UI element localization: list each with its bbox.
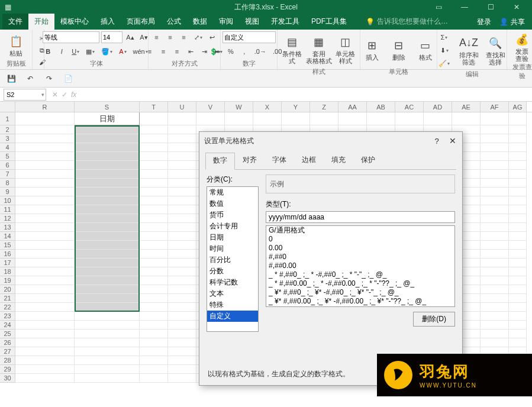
touch-mode-button[interactable]: 📄: [62, 72, 75, 85]
minimize-button[interactable]: —: [452, 0, 478, 14]
category-item[interactable]: 百分比: [207, 254, 258, 266]
row-header-13[interactable]: 13: [0, 223, 15, 232]
cell[interactable]: [168, 365, 196, 374]
cell[interactable]: [168, 347, 196, 356]
cell-style-button[interactable]: ◫单元格样式: [333, 31, 358, 67]
align-top-button[interactable]: ≡: [151, 31, 163, 43]
align-center-button[interactable]: ≡: [157, 46, 169, 57]
cell[interactable]: [140, 170, 168, 179]
clear-button[interactable]: 🧹▾: [436, 57, 452, 69]
format-item[interactable]: #,##0.00: [266, 261, 454, 270]
cell[interactable]: [15, 223, 75, 232]
dialog-close-button[interactable]: ✕: [447, 135, 459, 146]
cell[interactable]: [140, 321, 168, 330]
dialog-tab-3[interactable]: 边框: [294, 152, 324, 169]
cell[interactable]: [15, 196, 75, 205]
cell[interactable]: [481, 188, 509, 196]
cell[interactable]: [140, 223, 168, 232]
maximize-button[interactable]: ☐: [478, 0, 504, 14]
row-header-6[interactable]: 6: [0, 161, 15, 170]
cell[interactable]: [75, 196, 140, 205]
cell[interactable]: [140, 196, 168, 205]
enter-icon[interactable]: ✓: [62, 91, 67, 99]
cell[interactable]: [168, 267, 196, 276]
row-header-5[interactable]: 5: [0, 152, 15, 161]
cell[interactable]: [140, 188, 168, 196]
cell[interactable]: [140, 267, 168, 276]
cell[interactable]: [140, 356, 168, 365]
cell[interactable]: [140, 347, 168, 356]
category-item[interactable]: 自定义: [207, 311, 258, 322]
cell[interactable]: [140, 276, 168, 285]
cell[interactable]: [168, 214, 196, 223]
cell[interactable]: [75, 321, 140, 330]
table-format-button[interactable]: ▦套用 表格格式: [307, 31, 331, 67]
cell[interactable]: [15, 232, 75, 241]
cell[interactable]: [481, 205, 509, 214]
underline-button[interactable]: U▾: [69, 46, 82, 57]
col-header-AF[interactable]: AF: [481, 102, 509, 112]
cell[interactable]: [15, 152, 75, 161]
row-header-30[interactable]: 30: [0, 374, 15, 383]
delete-format-button[interactable]: 删除(D): [413, 312, 455, 327]
cell[interactable]: [168, 250, 196, 259]
cell[interactable]: [15, 330, 75, 338]
cell[interactable]: [509, 321, 527, 330]
comma-button[interactable]: ,: [238, 46, 250, 57]
cell[interactable]: [452, 112, 481, 125]
cell[interactable]: [168, 134, 196, 143]
cell[interactable]: [481, 330, 509, 338]
col-header-R[interactable]: R: [15, 102, 75, 112]
row-header-10[interactable]: 10: [0, 196, 15, 205]
redo-button[interactable]: ↷: [43, 72, 56, 85]
sort-filter-button[interactable]: A↓Z排序和筛选: [456, 33, 481, 68]
cell[interactable]: [481, 321, 509, 330]
cell[interactable]: [15, 170, 75, 179]
font-size-select[interactable]: [101, 31, 122, 43]
cell[interactable]: [424, 112, 452, 125]
col-header-AC[interactable]: AC: [395, 102, 424, 112]
row-header-18[interactable]: 18: [0, 267, 15, 276]
type-input[interactable]: [266, 211, 455, 223]
row-header-27[interactable]: 27: [0, 347, 15, 356]
tab-file[interactable]: 文件: [2, 14, 28, 30]
category-item[interactable]: 文本: [207, 288, 258, 299]
category-item[interactable]: 时间: [207, 243, 258, 254]
cell[interactable]: [481, 250, 509, 259]
cell[interactable]: [509, 214, 527, 223]
cell[interactable]: [168, 330, 196, 338]
cell[interactable]: [509, 134, 527, 143]
tab-view[interactable]: 视图: [239, 14, 265, 30]
cell[interactable]: [509, 188, 527, 196]
cell[interactable]: [15, 285, 75, 294]
fx-icon[interactable]: fx: [71, 91, 76, 99]
cell[interactable]: [75, 347, 140, 356]
cell[interactable]: [75, 338, 140, 347]
cell[interactable]: [509, 170, 527, 179]
format-item[interactable]: _ ¥* #,##0.00_ ;_ ¥* -#,##0.00_ ;_ ¥* "-…: [266, 297, 454, 306]
cell[interactable]: [140, 125, 168, 134]
col-header-AD[interactable]: AD: [424, 102, 452, 112]
col-header-W[interactable]: W: [225, 102, 253, 112]
format-cells-button[interactable]: ▭格式: [413, 31, 438, 67]
format-item[interactable]: _ ¥* #,##0_ ;_ ¥* -#,##0_ ;_ ¥* "-"_ ;_ …: [266, 288, 454, 297]
row-header-28[interactable]: 28: [0, 356, 15, 365]
cell[interactable]: [140, 161, 168, 170]
cell[interactable]: [196, 112, 225, 125]
cell[interactable]: [509, 241, 527, 250]
cell[interactable]: [168, 232, 196, 241]
cell[interactable]: [75, 365, 140, 374]
col-header-AG[interactable]: AG: [509, 102, 527, 112]
autosum-button[interactable]: Σ▾: [436, 31, 452, 43]
cell[interactable]: [509, 161, 527, 170]
cell[interactable]: [15, 250, 75, 259]
cell[interactable]: [481, 179, 509, 188]
delete-cells-button[interactable]: ⊟删除: [386, 31, 411, 67]
cell[interactable]: [338, 112, 367, 125]
cell[interactable]: [481, 312, 509, 321]
cell[interactable]: [140, 134, 168, 143]
format-item[interactable]: #,##0;-#,##0: [266, 306, 454, 307]
cell[interactable]: [168, 125, 196, 134]
cell[interactable]: [15, 303, 75, 312]
cell[interactable]: [168, 285, 196, 294]
